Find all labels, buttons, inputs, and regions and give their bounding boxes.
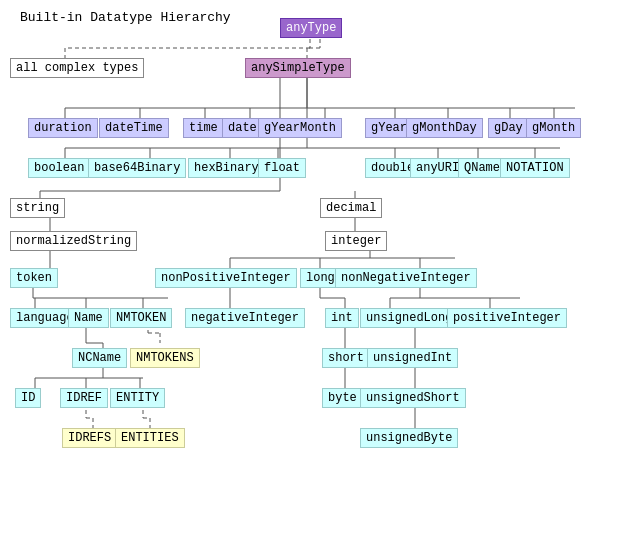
node-non-positive-integer: nonPositiveInteger [155,268,297,288]
node-unsigned-short: unsignedShort [360,388,466,408]
node-all-complex-types: all complex types [10,58,144,78]
node-unsigned-byte: unsignedByte [360,428,458,448]
node-boolean: boolean [28,158,90,178]
node-decimal: decimal [320,198,382,218]
node-date: date [222,118,263,138]
node-short: short [322,348,370,368]
node-time: time [183,118,224,138]
node-nmtoken: NMTOKEN [110,308,172,328]
node-duration: duration [28,118,98,138]
node-anytype: anyType [280,18,342,38]
node-non-negative-integer: nonNegativeInteger [335,268,477,288]
node-integer: integer [325,231,387,251]
node-hexbinary: hexBinary [188,158,265,178]
node-float: float [258,158,306,178]
node-token: token [10,268,58,288]
node-unsigned-long: unsignedLong [360,308,458,328]
node-unsigned-int: unsignedInt [367,348,458,368]
node-datetime: dateTime [99,118,169,138]
node-normalized-string: normalizedString [10,231,137,251]
node-gmonthday: gMonthDay [406,118,483,138]
node-notation: NOTATION [500,158,570,178]
node-string: string [10,198,65,218]
node-gmonth: gMonth [526,118,581,138]
node-any-simple-type: anySimpleType [245,58,351,78]
node-positive-integer: positiveInteger [447,308,567,328]
node-entities: ENTITIES [115,428,185,448]
node-byte: byte [322,388,363,408]
node-idref: IDREF [60,388,108,408]
node-idrefs: IDREFS [62,428,117,448]
node-negative-integer: negativeInteger [185,308,305,328]
node-qname: QName [458,158,506,178]
node-nmtokens: NMTOKENS [130,348,200,368]
diagram: Built-in Datatype Hierarchy [0,0,629,560]
node-name: Name [68,308,109,328]
node-entity: ENTITY [110,388,165,408]
node-int: int [325,308,359,328]
node-ncname: NCName [72,348,127,368]
node-gyearmonth: gYearMonth [258,118,342,138]
node-gday: gDay [488,118,529,138]
node-id: ID [15,388,41,408]
node-anyuri: anyURI [410,158,465,178]
node-base64binary: base64Binary [88,158,186,178]
